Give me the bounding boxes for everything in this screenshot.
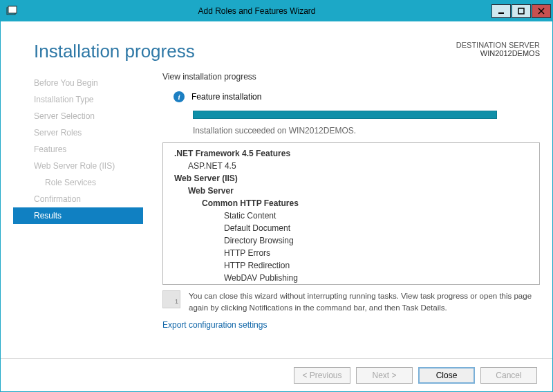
tree-item: Default Document — [167, 222, 539, 234]
tree-item: Common HTTP Features — [167, 197, 539, 209]
tree-item: ASP.NET 4.5 — [167, 160, 539, 172]
tree-item: HTTP Redirection — [167, 259, 539, 272]
tree-item: WebDAV Publishing — [167, 272, 539, 284]
destination-info: DESTINATION SERVER WIN2012DEMOS — [456, 41, 540, 57]
next-button: Next > — [356, 367, 413, 384]
close-window-button[interactable] — [532, 4, 551, 18]
sidebar-step-2: Server Selection — [13, 108, 143, 124]
app-icon — [6, 6, 17, 17]
step-sidebar: Before You BeginInstallation TypeServer … — [13, 72, 143, 357]
sidebar-step-5: Web Server Role (IIS) — [13, 158, 143, 174]
sidebar-step-3: Server Roles — [13, 124, 143, 141]
sidebar-step-1: Installation Type — [13, 91, 143, 108]
sidebar-step-8[interactable]: Results — [13, 207, 143, 224]
close-button[interactable]: Close — [418, 367, 475, 384]
tree-item: HTTP Errors — [167, 247, 539, 259]
info-icon: i — [174, 91, 185, 102]
tree-item: Static Content — [167, 209, 539, 222]
sidebar-step-7: Confirmation — [13, 191, 143, 207]
sidebar-step-6: Role Services — [13, 174, 143, 191]
tree-item: Web Server (IIS) — [167, 172, 539, 185]
status-text: Feature installation — [191, 92, 261, 102]
success-message: Installation succeeded on WIN2012DEMOS. — [193, 126, 540, 136]
page-title: Installation progress — [34, 41, 195, 62]
feature-tree[interactable]: .NET Framework 4.5 FeaturesASP.NET 4.5We… — [162, 142, 540, 285]
destination-server: WIN2012DEMOS — [456, 49, 540, 57]
wizard-window: Add Roles and Features Wizard Installati… — [0, 0, 553, 392]
titlebar[interactable]: Add Roles and Features Wizard — [1, 1, 552, 21]
window-controls — [491, 4, 551, 18]
progress-bar — [193, 111, 497, 119]
cancel-button: Cancel — [480, 367, 537, 384]
hint-text: You can close this wizard without interr… — [189, 290, 540, 313]
sidebar-step-4: Features — [13, 141, 143, 158]
tree-item: Directory Browsing — [167, 234, 539, 247]
flag-icon: 1 — [162, 290, 180, 308]
tree-item: Web Server — [167, 185, 539, 197]
window-title: Add Roles and Features Wizard — [23, 6, 491, 16]
svg-rect-1 — [8, 6, 17, 13]
export-config-link[interactable]: Export configuration settings — [162, 320, 540, 330]
footer-buttons: < Previous Next > Close Cancel — [1, 358, 552, 391]
svg-rect-3 — [518, 8, 524, 14]
content-area: Installation progress DESTINATION SERVER… — [1, 21, 552, 391]
tree-item: .NET Framework 4.5 Features — [167, 147, 539, 160]
previous-button: < Previous — [294, 367, 350, 384]
destination-label: DESTINATION SERVER — [456, 41, 540, 49]
minimize-button[interactable] — [491, 4, 511, 18]
maximize-button[interactable] — [512, 4, 531, 18]
main-panel: View installation progress i Feature ins… — [143, 72, 540, 357]
sidebar-step-0: Before You Begin — [13, 75, 143, 91]
panel-subhead: View installation progress — [162, 72, 540, 82]
